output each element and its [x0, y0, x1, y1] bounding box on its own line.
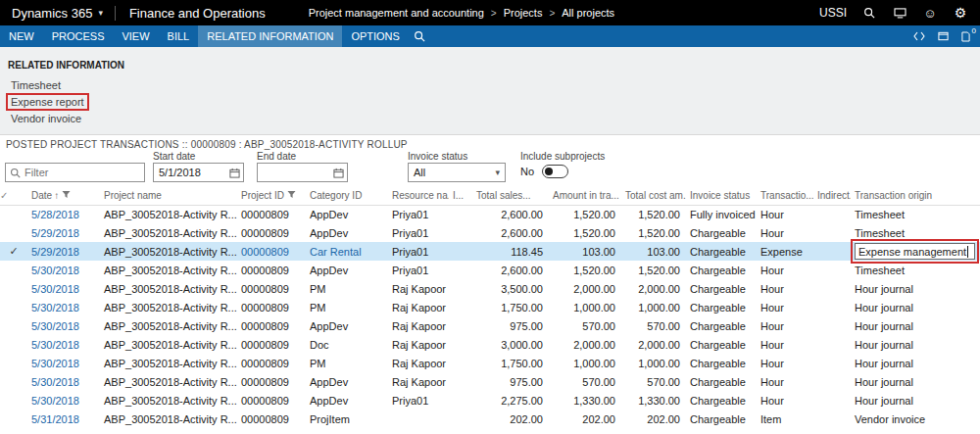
cell-project_id[interactable]: 00000809: [237, 261, 306, 279]
column-header-indirect[interactable]: Indirect...: [813, 186, 851, 205]
cell-date[interactable]: 5/30/2018: [27, 316, 100, 335]
row-select-cell[interactable]: [0, 279, 27, 298]
column-header-invoice_status[interactable]: Invoice status: [686, 186, 757, 205]
row-select-cell[interactable]: [0, 410, 27, 428]
filter-funnel-icon[interactable]: [287, 190, 296, 201]
ribbon-search-icon[interactable]: [414, 30, 425, 42]
ribbon-tab-view[interactable]: VIEW: [113, 25, 158, 47]
cell-date[interactable]: 5/30/2018: [27, 354, 100, 372]
breadcrumb-item-project-management-and-accounting[interactable]: Project management and accounting: [309, 7, 484, 19]
row-select-cell[interactable]: [0, 205, 27, 223]
table-row[interactable]: ✓5/29/2018ABP_30052018-Activity R...0000…: [0, 242, 980, 261]
cell-date[interactable]: 5/28/2018: [27, 205, 100, 223]
cell-project_id[interactable]: 00000809: [237, 410, 306, 428]
table-row[interactable]: 5/30/2018ABP_30052018-Activity R...00000…: [0, 391, 980, 410]
row-select-cell[interactable]: [0, 223, 27, 242]
action-center-icon[interactable]: [892, 5, 907, 21]
cell-project_id[interactable]: 00000809: [237, 335, 306, 354]
table-row[interactable]: 5/30/2018ABP_30052018-Activity R...00000…: [0, 316, 980, 335]
row-select-cell[interactable]: [0, 391, 27, 410]
cell-date[interactable]: 5/31/2018: [27, 410, 100, 428]
include-subprojects-toggle[interactable]: [542, 165, 568, 178]
row-select-cell[interactable]: [0, 261, 27, 279]
product-name[interactable]: Finance and Operations: [116, 6, 279, 21]
cell-total_sales: 2,600.00: [472, 223, 549, 242]
row-select-cell[interactable]: [0, 335, 27, 354]
cell-project_id[interactable]: 00000809: [237, 316, 306, 335]
table-row[interactable]: 5/30/2018ABP_30052018-Activity R...00000…: [0, 335, 980, 354]
transaction-origin-edit-cell[interactable]: Expense management: [855, 243, 975, 260]
calendar-icon[interactable]: [229, 168, 240, 178]
column-header-origin[interactable]: Transaction origin: [851, 186, 980, 205]
breadcrumb-item-projects[interactable]: Projects: [504, 7, 543, 19]
table-row[interactable]: 5/29/2018ABP_30052018-Activity R...00000…: [0, 223, 980, 242]
column-header-total_cost[interactable]: Total cost am...: [621, 186, 686, 205]
table-row[interactable]: 5/30/2018ABP_30052018-Activity R...00000…: [0, 372, 980, 391]
column-header-amount[interactable]: Amount in tra...: [549, 186, 621, 205]
attachments-icon[interactable]: 0: [961, 31, 970, 42]
cell-project_id[interactable]: 00000809: [237, 205, 306, 223]
cell-category_id: AppDev: [306, 261, 388, 279]
column-header-total_sales[interactable]: Total sales...: [472, 186, 549, 205]
feedback-smiley-icon[interactable]: ☺: [922, 5, 938, 21]
column-header-project_name[interactable]: Project name: [100, 186, 237, 205]
cell-project_id[interactable]: 00000809: [237, 372, 306, 391]
select-all-icon[interactable]: ✓: [0, 190, 8, 201]
dynamics-home-button[interactable]: Dynamics 365 ▾: [0, 6, 115, 21]
cell-date[interactable]: 5/30/2018: [27, 391, 100, 410]
ribbon-tab-related-information[interactable]: RELATED INFORMATION: [198, 25, 342, 47]
cell-project_id[interactable]: 00000809: [237, 223, 306, 242]
row-select-cell[interactable]: ✓: [0, 242, 27, 261]
table-row[interactable]: 5/30/2018ABP_30052018-Activity R...00000…: [0, 261, 980, 279]
table-row[interactable]: 5/28/2018ABP_30052018-Activity R...00000…: [0, 205, 980, 223]
start-date-input[interactable]: [159, 167, 218, 178]
breadcrumb-item-all-projects[interactable]: All projects: [562, 7, 614, 19]
end-date-input[interactable]: [263, 167, 321, 178]
cell-date[interactable]: 5/30/2018: [27, 261, 100, 279]
cell-date[interactable]: 5/29/2018: [27, 223, 100, 242]
cell-project_id[interactable]: 00000809: [237, 354, 306, 372]
ribbon-tab-bill[interactable]: BILL: [159, 25, 199, 47]
cell-date[interactable]: 5/30/2018: [27, 279, 100, 298]
row-select-cell[interactable]: [0, 372, 27, 391]
cell-project_id[interactable]: 00000809: [237, 242, 306, 261]
row-select-cell[interactable]: [0, 316, 27, 335]
row-select-cell[interactable]: [0, 354, 27, 372]
table-row[interactable]: 5/30/2018ABP_30052018-Activity R...00000…: [0, 298, 980, 316]
related-link-expense-report[interactable]: Expense report: [9, 96, 86, 108]
cell-date[interactable]: 5/30/2018: [27, 335, 100, 354]
table-row[interactable]: 5/30/2018ABP_30052018-Activity R...00000…: [0, 279, 980, 298]
invoice-status-dropdown[interactable]: All ▾: [408, 163, 506, 182]
cell-date[interactable]: 5/30/2018: [27, 372, 100, 391]
search-icon[interactable]: [861, 5, 877, 21]
end-date-field[interactable]: [257, 163, 348, 182]
filter-funnel-icon[interactable]: [62, 190, 71, 201]
quick-filter-box[interactable]: [5, 163, 145, 182]
cell-date[interactable]: 5/30/2018: [27, 298, 100, 316]
cell-project_id[interactable]: 00000809: [237, 298, 306, 316]
column-header-invoiced[interactable]: I...: [449, 186, 472, 205]
related-link-vendor-invoice[interactable]: Vendor invoice: [9, 113, 83, 124]
table-row[interactable]: 5/30/2018ABP_30052018-Activity R...00000…: [0, 354, 980, 372]
ribbon-tab-options[interactable]: OPTIONS: [342, 25, 409, 47]
calendar-icon[interactable]: [333, 168, 344, 178]
column-header-transaction_type[interactable]: Transactio...: [757, 186, 813, 205]
cell-date[interactable]: 5/29/2018: [27, 242, 100, 261]
table-row[interactable]: 5/31/2018ABP_30052018-Activity R...00000…: [0, 410, 980, 428]
start-date-field[interactable]: [153, 163, 244, 182]
ribbon-tab-new[interactable]: NEW: [0, 25, 43, 47]
column-header-date[interactable]: Date↑: [27, 186, 100, 205]
cell-project_id[interactable]: 00000809: [237, 391, 306, 410]
column-header-resource[interactable]: Resource na...: [388, 186, 449, 205]
collapse-expand-icon[interactable]: [913, 31, 925, 41]
cell-project_id[interactable]: 00000809: [237, 279, 306, 298]
open-in-new-window-icon[interactable]: [938, 31, 949, 41]
ribbon-tab-process[interactable]: PROCESS: [43, 25, 114, 47]
settings-gear-icon[interactable]: ⚙: [953, 5, 968, 21]
column-header-project_id[interactable]: Project ID: [237, 186, 306, 205]
related-link-timesheet[interactable]: Timesheet: [9, 79, 63, 91]
row-select-cell[interactable]: [0, 298, 27, 316]
column-header-category_id[interactable]: Category ID: [306, 186, 388, 205]
quick-filter-input[interactable]: [24, 167, 140, 178]
company-picker[interactable]: USSI: [819, 6, 847, 20]
